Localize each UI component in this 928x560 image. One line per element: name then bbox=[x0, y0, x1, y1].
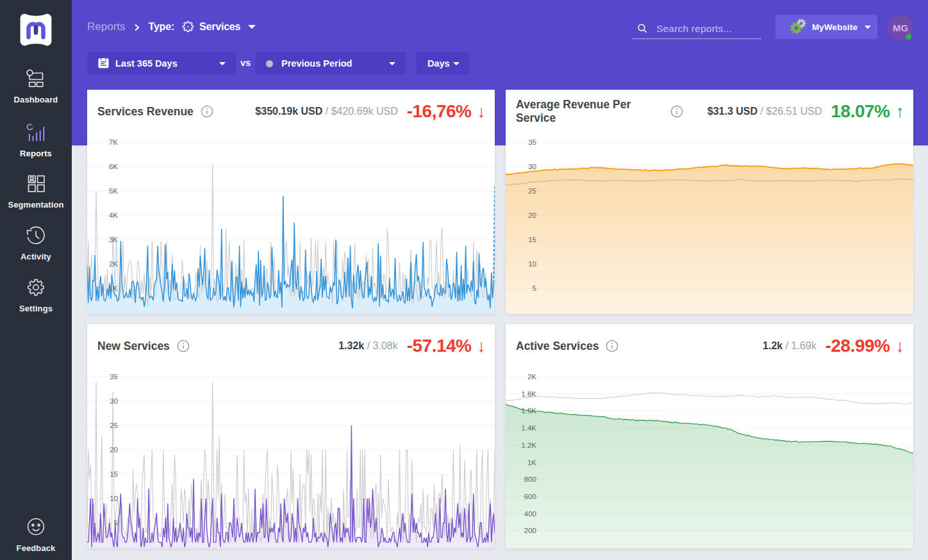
svg-text:20: 20 bbox=[528, 211, 536, 219]
svg-text:3K: 3K bbox=[109, 236, 118, 243]
svg-text:1.4K: 1.4K bbox=[521, 424, 536, 432]
svg-text:400: 400 bbox=[524, 510, 536, 518]
svg-text:25: 25 bbox=[110, 422, 118, 429]
svg-text:6K: 6K bbox=[109, 163, 118, 170]
svg-text:20: 20 bbox=[110, 446, 118, 454]
svg-text:15: 15 bbox=[110, 470, 118, 478]
svg-text:7K: 7K bbox=[109, 138, 118, 146]
svg-text:30: 30 bbox=[110, 397, 118, 405]
svg-text:1.6K: 1.6K bbox=[521, 407, 536, 415]
svg-text:600: 600 bbox=[524, 493, 536, 500]
svg-text:30: 30 bbox=[528, 163, 536, 170]
svg-text:1.8K: 1.8K bbox=[521, 390, 536, 398]
svg-text:1.2K: 1.2K bbox=[521, 441, 536, 449]
svg-text:25: 25 bbox=[528, 187, 536, 195]
svg-text:4K: 4K bbox=[109, 211, 118, 219]
svg-text:2K: 2K bbox=[527, 373, 536, 381]
svg-text:5: 5 bbox=[533, 284, 536, 292]
svg-text:200: 200 bbox=[524, 527, 536, 534]
svg-text:5: 5 bbox=[114, 519, 118, 527]
svg-text:1K: 1K bbox=[109, 284, 118, 292]
svg-text:10: 10 bbox=[110, 495, 118, 502]
svg-text:5K: 5K bbox=[109, 187, 118, 195]
svg-text:35: 35 bbox=[528, 138, 536, 146]
svg-text:1K: 1K bbox=[527, 459, 536, 466]
svg-text:10: 10 bbox=[528, 260, 536, 268]
svg-text:35: 35 bbox=[110, 373, 118, 381]
svg-text:15: 15 bbox=[528, 236, 536, 243]
svg-text:800: 800 bbox=[524, 475, 536, 483]
svg-text:2K: 2K bbox=[109, 260, 118, 268]
